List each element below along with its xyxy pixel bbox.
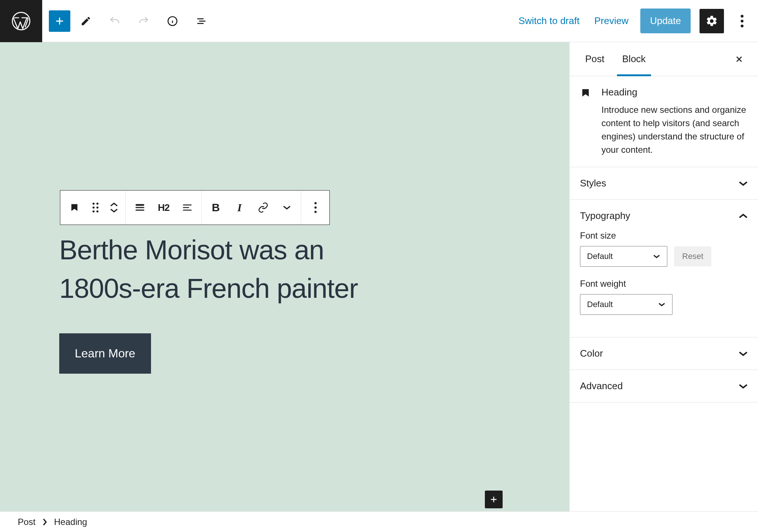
chevron-down-icon [739,383,748,389]
sidebar-tabs: Post Block [570,42,758,76]
drag-handle-icon[interactable] [86,191,105,225]
reset-font-size-button: Reset [674,246,711,266]
breadcrumb-footer: Post Heading [0,511,758,532]
color-panel[interactable]: Color [570,337,758,370]
heading-level-button[interactable]: H2 [152,191,175,225]
typography-panel-header[interactable]: Typography [580,210,748,222]
link-button[interactable] [251,191,275,225]
heading-block[interactable]: Berthe Morisot was an 1800s-era French p… [59,231,392,307]
color-panel-title: Color [580,348,603,359]
block-type-icon[interactable] [63,191,86,225]
move-up-down-buttons[interactable] [105,191,123,225]
toolbar-right-group: Switch to draft Preview Update [516,9,758,33]
heading-block-icon [580,87,593,156]
info-button[interactable] [159,10,186,32]
font-size-label: Font size [580,230,748,241]
align-button[interactable] [128,191,152,225]
preview-button[interactable]: Preview [591,11,631,30]
tab-block[interactable]: Block [617,42,651,76]
svg-point-12 [314,202,316,204]
undo-button [101,10,128,32]
styles-panel[interactable]: Styles [570,167,758,200]
advanced-panel[interactable]: Advanced [570,370,758,403]
typography-panel: Typography Font size Default Reset Font … [570,200,758,337]
editor-canvas[interactable]: H2 B I Berthe Morisot w [0,42,569,511]
svg-rect-11 [136,204,144,206]
typography-panel-title: Typography [580,210,630,222]
svg-point-2 [741,15,744,18]
svg-point-13 [314,206,316,209]
redo-button [130,10,157,32]
block-name: Heading [601,87,748,98]
font-size-select[interactable]: Default [580,246,667,267]
editor-main: H2 B I Berthe Morisot w [0,42,758,511]
block-info-panel: Heading Introduce new sections and organ… [570,76,758,167]
more-rich-text-button[interactable] [275,191,299,225]
italic-button[interactable]: I [228,191,251,225]
list-view-button[interactable] [188,10,215,32]
breadcrumb-separator-icon [42,518,47,526]
settings-button[interactable] [700,9,724,33]
text-align-button[interactable] [175,191,199,225]
breadcrumb-post[interactable]: Post [18,517,36,527]
advanced-panel-title: Advanced [580,380,623,392]
svg-point-8 [96,206,98,209]
svg-point-14 [314,211,316,213]
font-weight-select[interactable]: Default [580,294,673,315]
svg-point-7 [93,206,95,209]
svg-point-5 [93,203,95,205]
svg-point-3 [741,20,744,23]
tab-post[interactable]: Post [580,42,610,76]
more-options-button[interactable] [733,10,751,32]
chevron-up-icon [739,213,748,219]
chevron-down-icon [739,351,748,357]
styles-panel-title: Styles [580,178,606,189]
block-toolbar: H2 B I [60,190,330,225]
close-sidebar-button[interactable] [731,51,748,68]
add-block-button[interactable] [49,10,70,32]
svg-point-4 [741,24,744,27]
svg-point-10 [96,211,98,213]
button-block[interactable]: Learn More [59,333,151,374]
breadcrumb-heading[interactable]: Heading [54,517,87,527]
svg-point-9 [93,211,95,213]
block-more-options-button[interactable] [303,191,327,225]
wordpress-logo[interactable] [0,0,42,42]
top-toolbar: Switch to draft Preview Update [0,0,758,42]
font-weight-label: Font weight [580,279,748,289]
svg-point-6 [96,203,98,205]
switch-to-draft-button[interactable]: Switch to draft [516,11,583,30]
chevron-down-icon [739,181,748,186]
bold-button[interactable]: B [204,191,228,225]
toolbar-left-group [42,10,215,32]
edit-tools-button[interactable] [73,10,99,32]
add-block-inline-button[interactable] [485,491,503,508]
settings-sidebar: Post Block Heading Introduce new section… [569,42,758,511]
block-description: Introduce new sections and organize cont… [601,103,748,156]
update-button: Update [640,9,691,33]
